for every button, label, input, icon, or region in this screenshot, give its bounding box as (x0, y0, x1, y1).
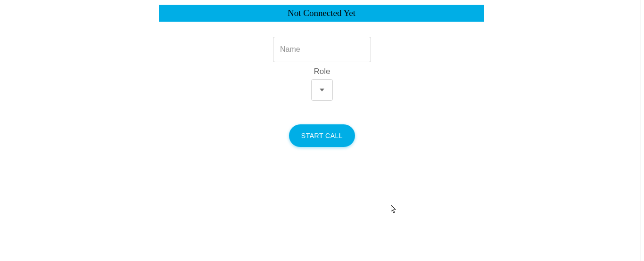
start-call-button[interactable]: START CALL (289, 124, 355, 147)
vertical-divider (641, 0, 641, 261)
form-container: Role START CALL (273, 37, 371, 147)
status-text: Not Connected Yet (288, 8, 355, 18)
chevron-down-icon (320, 89, 324, 91)
status-banner: Not Connected Yet (159, 5, 484, 22)
role-select[interactable] (311, 79, 333, 101)
name-input[interactable] (273, 37, 371, 62)
role-label: Role (314, 67, 330, 76)
cursor-icon (391, 205, 397, 213)
